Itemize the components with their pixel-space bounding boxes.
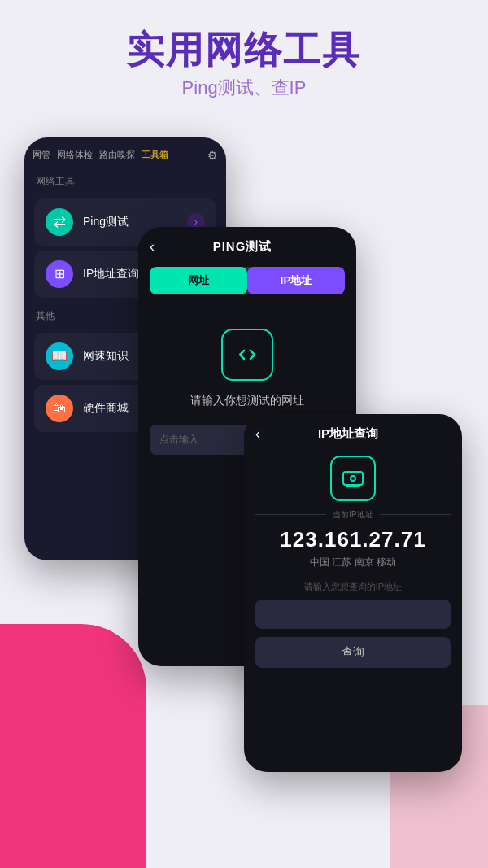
divider-left	[255, 514, 326, 515]
ip-label: IP地址查询	[83, 267, 139, 281]
hardware-label: 硬件商城	[83, 401, 129, 416]
ping-hint: 请输入你想测试的网址	[190, 394, 304, 408]
ip-location: 中国 江苏 南京 移动	[244, 556, 462, 569]
ip-address-display: 123.161.27.71	[244, 524, 462, 556]
ping-label: Ping测试	[83, 215, 129, 229]
page-subtitle: Ping测试、查IP	[16, 76, 472, 100]
ip-input-hint: 请输入您想查询的IP地址	[244, 581, 462, 593]
hardware-icon: 🛍	[46, 395, 73, 422]
ip-query-icon	[330, 456, 376, 501]
current-ip-label: 当前IP地址	[333, 509, 373, 521]
ip-back-button[interactable]: ‹	[255, 425, 260, 443]
ip-search-input[interactable]	[255, 600, 451, 629]
ping-code-icon	[221, 329, 273, 381]
ping-tab-bar: 网址 IP地址	[150, 267, 345, 294]
ip-section-label: 当前IP地址	[244, 509, 462, 521]
page-title: 实用网络工具	[16, 29, 472, 71]
header-section: 实用网络工具 Ping测试、查IP	[0, 0, 488, 113]
knowledge-label: 网速知识	[83, 349, 129, 364]
ping-icon: ⇄	[46, 208, 73, 236]
ip-icon: ⊞	[46, 260, 73, 288]
ip-query-button[interactable]: 查询	[255, 637, 451, 668]
nav-item-toolbox[interactable]: 工具箱	[142, 149, 168, 161]
section-title-network: 网络工具	[24, 168, 226, 194]
ping-screen-title: PING测试	[163, 239, 322, 255]
phone2-header: ‹ PING测试	[138, 227, 356, 262]
tab-ip[interactable]: IP地址	[247, 267, 345, 294]
tab-url[interactable]: 网址	[150, 267, 247, 294]
phone-ip-query: ‹ IP地址查询 当前IP地址 123.161.27.71 中国 江苏 南京 移…	[244, 414, 462, 772]
back-button[interactable]: ‹	[150, 238, 155, 255]
nav-item-wangguan[interactable]: 网管	[33, 149, 50, 161]
svg-rect-0	[343, 472, 363, 485]
ip-screen-title: IP地址查询	[268, 426, 428, 442]
knowledge-icon: 📖	[46, 342, 73, 370]
phones-showcase: 网管 网络体检 路由嗅探 工具箱 ⚙ 网络工具 ⇄ Ping测试 › ⊞ IP地…	[0, 121, 488, 788]
phone3-header: ‹ IP地址查询	[244, 414, 462, 449]
nav-item-luyou[interactable]: 路由嗅探	[99, 149, 135, 161]
phone1-nav: 网管 网络体检 路由嗅探 工具箱 ⚙	[24, 137, 226, 168]
divider-right	[380, 514, 451, 515]
settings-icon[interactable]: ⚙	[207, 149, 218, 162]
nav-item-jianche[interactable]: 网络体检	[57, 149, 93, 161]
svg-point-1	[351, 476, 355, 481]
